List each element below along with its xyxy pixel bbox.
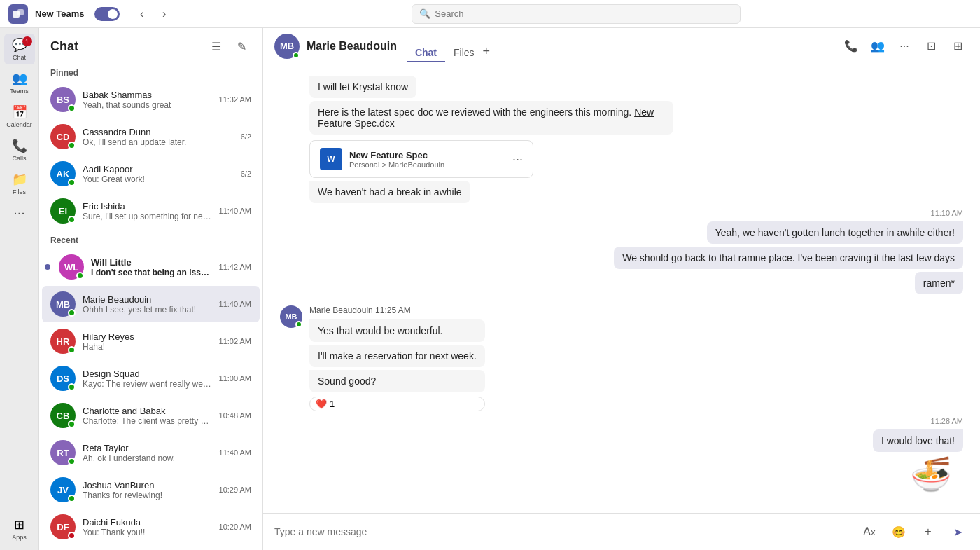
chat-item-charlotte[interactable]: CB Charlotte and Babak Charlotte: The cl…: [42, 397, 260, 434]
message-group-marie: MB Marie Beaudouin 11:25 AM Yes that wou…: [280, 305, 963, 411]
more-button[interactable]: ···: [13, 205, 25, 221]
status-will: [76, 272, 84, 280]
chat-list-scroll[interactable]: Pinned BS Babak Shammas Yeah, that sound…: [39, 62, 262, 550]
fullscreen-button[interactable]: ⊞: [946, 35, 969, 57]
forward-button[interactable]: ›: [155, 4, 174, 24]
chat-info-daichi: Daichi Fukuda You: Thank you!!: [83, 517, 212, 537]
sidebar-item-apps[interactable]: ⊞ Apps: [4, 514, 35, 544]
chat-info-marie: Marie Beaudouin Ohhh I see, yes let me f…: [83, 294, 212, 315]
chat-preview-marie: Ohhh I see, yes let me fix that!: [83, 305, 212, 315]
calls-rail-label: Calls: [12, 155, 26, 162]
chat-preview-design: Kayo: The review went really well! Can't…: [83, 379, 212, 389]
sidebar-item-chat[interactable]: 💬 Chat 1: [4, 34, 35, 64]
filter-button[interactable]: ☰: [206, 36, 226, 56]
avatar-marie-list: MB: [50, 291, 76, 317]
chat-name-eric: Eric Ishida: [83, 201, 212, 212]
sidebar-item-teams[interactable]: 👥 Teams: [4, 67, 35, 98]
search-bar[interactable]: 🔍: [412, 4, 741, 24]
video-call-button[interactable]: 👥: [867, 35, 889, 57]
chat-preview-will: I don't see that being an issue. Can you…: [91, 268, 212, 277]
message-content-2: Here is the latest spec doc we reviewed …: [309, 101, 673, 178]
message-incoming-break: We haven't had a break in awhile: [280, 181, 963, 203]
app-name: New Teams: [35, 8, 85, 19]
sidebar-item-files[interactable]: 📁 Files: [4, 168, 35, 199]
attach-button[interactable]: +: [917, 521, 939, 543]
chat-item-kadji[interactable]: KB Kadji Bell You: I like the idea, let'…: [42, 546, 260, 550]
avatar-design: DS: [50, 366, 76, 391]
new-chat-button[interactable]: ✎: [232, 36, 251, 56]
emoji-button[interactable]: 😊: [888, 521, 910, 543]
chat-item-daichi[interactable]: DF Daichi Fukuda You: Thank you!! 10:20 …: [42, 509, 260, 545]
chat-time-hilary: 11:02 AM: [219, 337, 251, 345]
status-charlotte: [68, 420, 76, 428]
left-rail: 💬 Chat 1 👥 Teams 📅 Calendar 📞 Calls 📁 Fi…: [0, 28, 39, 550]
chat-info-will: Will Little I don't see that being an is…: [91, 257, 212, 277]
chat-item-eric[interactable]: EI Eric Ishida Sure, I'll set up somethi…: [42, 193, 260, 229]
call-button[interactable]: 📞: [840, 35, 862, 57]
messages-area[interactable]: I will let Krystal know Here is the late…: [263, 64, 980, 513]
chat-list-title: Chat: [50, 39, 78, 54]
teams-logo: [8, 4, 28, 24]
message-bubble-3: We haven't had a break in awhile: [309, 181, 470, 203]
search-input[interactable]: [435, 8, 733, 19]
chat-header-actions: 📞 👥 ··· ⊡ ⊞: [840, 35, 969, 57]
status-eric: [68, 216, 76, 224]
chat-preview-babak: Yeah, that sounds great: [83, 100, 212, 110]
chat-item-cassandra[interactable]: CD Cassandra Dunn Ok, I'll send an updat…: [42, 118, 260, 155]
sidebar-item-calls[interactable]: 📞 Calls: [4, 135, 35, 165]
new-teams-toggle[interactable]: [94, 7, 120, 21]
chat-time-joshua: 10:29 AM: [219, 486, 251, 494]
avatar-cassandra: CD: [50, 124, 76, 149]
file-attachment[interactable]: W New Feature Spec Personal > MarieBeaud…: [309, 140, 533, 178]
more-options-button[interactable]: ···: [893, 35, 916, 57]
main-container: 💬 Chat 1 👥 Teams 📅 Calendar 📞 Calls 📁 Fi…: [0, 28, 980, 550]
chat-time-reta: 11:40 AM: [219, 448, 251, 457]
reaction-count: 1: [330, 399, 335, 409]
chat-time-marie: 11:40 AM: [219, 300, 251, 308]
chat-name-marie: Marie Beaudouin: [83, 294, 212, 305]
chat-preview-reta: Ah, ok I understand now.: [83, 453, 212, 463]
calendar-icon: 📅: [12, 104, 27, 120]
chat-item-babak[interactable]: BS Babak Shammas Yeah, that sounds great…: [42, 81, 260, 118]
chat-item-will[interactable]: WL Will Little I don't see that being an…: [42, 249, 260, 285]
message-reaction[interactable]: ❤️ 1: [309, 397, 485, 411]
apps-icon: ⊞: [14, 517, 24, 532]
avatar-marie-msg: MB: [280, 305, 302, 328]
back-button[interactable]: ‹: [132, 4, 152, 24]
sidebar-item-calendar[interactable]: 📅 Calendar: [4, 101, 35, 132]
format-button[interactable]: Ax: [858, 521, 881, 543]
chat-item-marie[interactable]: MB Marie Beaudouin Ohhh I see, yes let m…: [42, 286, 260, 322]
message-bubble-wonderful: Yes that would be wonderful.: [309, 319, 485, 342]
chat-item-hilary[interactable]: HR Hilary Reyes Haha! 11:02 AM: [42, 323, 260, 359]
chat-item-aadi[interactable]: AK Aadi Kapoor You: Great work! 6/2: [42, 156, 260, 192]
chat-item-joshua[interactable]: JV Joshua VanBuren Thanks for reviewing!…: [42, 472, 260, 508]
send-button[interactable]: ➤: [946, 521, 969, 543]
unread-dot-will: [45, 264, 50, 270]
tab-files[interactable]: Files: [445, 44, 483, 62]
chat-name-reta: Reta Taylor: [83, 443, 212, 453]
chat-list-panel: Chat ☰ ✎ Pinned BS Babak Shammas Yeah, t…: [39, 28, 263, 550]
chat-info-joshua: Joshua VanBuren Thanks for reviewing!: [83, 480, 212, 500]
chat-name-daichi: Daichi Fukuda: [83, 517, 212, 528]
chat-item-design[interactable]: DS Design Squad Kayo: The review went re…: [42, 360, 260, 397]
chat-name-babak: Babak Shammas: [83, 90, 212, 100]
message-time-2: 11:28 AM: [931, 417, 963, 425]
message-input[interactable]: [274, 526, 851, 537]
chat-item-reta[interactable]: RT Reta Taylor Ah, ok I understand now. …: [42, 434, 260, 471]
calls-icon: 📞: [12, 138, 27, 153]
message-incoming-krystal: I will let Krystal know: [280, 76, 963, 98]
file-word-icon: W: [320, 148, 342, 170]
chat-time-design: 11:00 AM: [219, 374, 251, 383]
ramen-emoji: 🍜: [910, 455, 952, 494]
popout-button[interactable]: ⊡: [920, 35, 942, 57]
file-more-button[interactable]: ···: [512, 152, 523, 167]
sender-name-marie: Marie Beaudouin 11:25 AM: [309, 305, 485, 315]
avatar-charlotte: CB: [50, 403, 76, 428]
chat-header: MB Marie Beaudouin Chat Files + 📞 👥 ··· …: [263, 28, 980, 64]
message-incoming-marie-group: MB Marie Beaudouin 11:25 AM Yes that wou…: [280, 305, 963, 411]
chat-preview-eric: Sure, I'll set up something for next wee…: [83, 212, 212, 221]
chat-time-eric: 11:40 AM: [219, 207, 251, 215]
tab-add-button[interactable]: +: [483, 44, 491, 62]
tab-chat[interactable]: Chat: [407, 44, 445, 62]
status-joshua: [68, 495, 76, 502]
